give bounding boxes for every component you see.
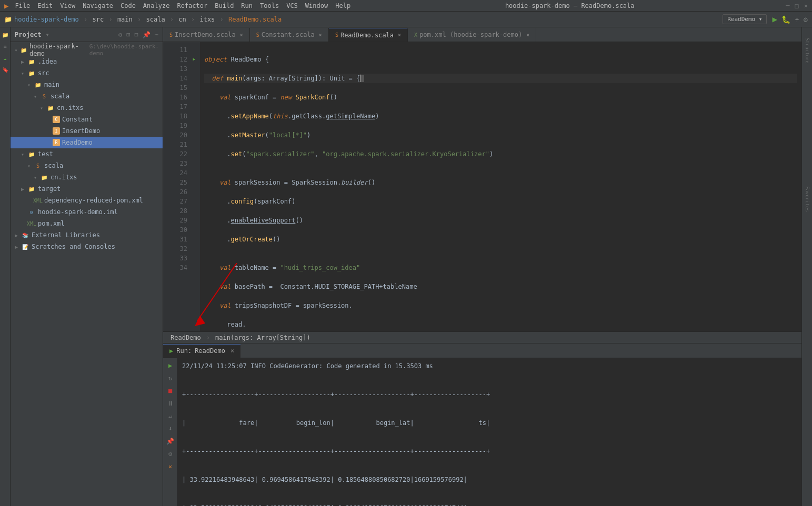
run-scroll-end-btn[interactable]: ⬇ [165,423,176,434]
tree-test-cnitxs[interactable]: ▾ 📁 cn.itxs [11,171,163,183]
menu-code[interactable]: Code [117,1,139,11]
run-button[interactable]: ▶ [772,14,777,24]
dep-pom-icon: XML [34,196,42,205]
run-pin-btn[interactable]: 📌 [165,436,176,447]
breadcrumb-file[interactable]: ReadDemo.scala [228,16,282,23]
menu-edit[interactable]: Edit [34,1,56,11]
pin-icon[interactable]: 📌 [143,31,151,38]
minimize-btn[interactable]: ─ [786,2,789,9]
run-main-btn[interactable]: ▶ [191,56,198,63]
tree-test-scala[interactable]: ▾ S scala [11,160,163,171]
tab-pom-close[interactable]: × [526,32,529,38]
tab-insertdemo-close[interactable]: × [240,32,243,38]
tree-scala-label: scala [51,93,69,100]
tab-pom[interactable]: X pom.xml (hoodie-spark-demo) × [408,28,536,42]
run-left-icons: ▶ ↻ ■ ⏸ ↵ ⬇ 📌 ⚙ ✕ [163,358,178,506]
menu-analyze[interactable]: Analyze [140,1,173,11]
tree-src[interactable]: ▾ 📁 src [11,67,163,79]
favorites-right-btn[interactable]: Favorites [802,178,813,220]
tab-readdemo-close[interactable]: × [398,32,401,38]
menu-view[interactable]: View [57,1,78,11]
tab-insertdemo[interactable]: S InsertDemo.scala × [163,28,250,42]
coverage-button[interactable]: ☂ [795,15,799,24]
tab-constant-close[interactable]: × [319,32,322,38]
tree-insertdemo-label: InsertDemo [62,127,100,135]
breadcrumb-main[interactable]: main [117,16,133,23]
gear-icon[interactable]: ⋯ [155,31,158,38]
menu-tools[interactable]: Tools [257,1,282,11]
structure-tool-btn[interactable]: ≡ [0,41,11,52]
external-libs-icon: 📚 [21,231,29,239]
tab-pom-icon: X [414,32,417,38]
run-wrap-btn[interactable]: ↵ [165,411,176,421]
tree-external-libs-label: External Libraries [32,231,100,239]
run-stop-btn[interactable]: ■ [165,386,176,396]
menu-file[interactable]: File [12,1,33,11]
tree-scala[interactable]: ▾ S scala [11,90,163,102]
maximize-btn[interactable]: □ [795,2,799,9]
breadcrumb-cn[interactable]: cn [178,16,186,23]
tree-external-libs[interactable]: ▶ 📚 External Libraries [11,229,163,241]
tree-arrow-main: ▾ [27,82,34,88]
tree-cnitxs[interactable]: ▾ 📁 cn.itxs [11,102,163,114]
tab-readdemo[interactable]: S ReadDemo.scala × [329,28,408,42]
breadcrumb-itxs[interactable]: itxs [199,16,215,23]
collapse-icon[interactable]: ⊟ [135,31,138,38]
tree-readdemo-label: ReadDemo [62,139,93,146]
breadcrumb: hoodie-spark-demo › src › main › scala ›… [14,16,282,23]
tree-arrow: ▾ [15,47,21,53]
tree-pom[interactable]: ▶ XML pom.xml [11,218,163,229]
menu-vcs[interactable]: VCS [283,1,301,11]
settings-button[interactable]: ⚙ [804,15,808,24]
tree-idea-label: .idea [38,58,57,65]
menu-help[interactable]: Help [332,1,354,11]
breadcrumb-scala[interactable]: scala [146,16,165,23]
editor[interactable]: 11 12 13 14 15 16 17 18 19 20 21 22 23 2… [163,42,801,331]
tree-main[interactable]: ▾ 📁 main [11,79,163,90]
run-play-btn[interactable]: ▶ [165,360,176,371]
code-content[interactable]: object ReadDemo { def main(args: Array[S… [200,42,801,331]
expand-icon[interactable]: ⊞ [126,31,130,38]
run-tab-readdemo[interactable]: ▶ Run: ReadDemo × [163,344,240,358]
editor-breadcrumb-main[interactable]: main(args: Array[String]) [212,333,314,342]
tree-target[interactable]: ▶ 📁 target [11,183,163,195]
tree-scratches[interactable]: ▶ 📝 Scratches and Consoles [11,241,163,252]
menu-refactor[interactable]: Refactor [174,1,210,11]
run-tab-close[interactable]: × [230,347,234,355]
cnitxs-folder-icon: 📁 [46,104,55,112]
pom-icon: XML [27,219,36,228]
project-dropdown[interactable]: ▾ [46,31,49,38]
bookmark-tool-btn[interactable]: 🔖 [0,64,11,75]
tree-test[interactable]: ▾ 📁 test [11,148,163,160]
tree-dep-pom-label: dependency-reduced-pom.xml [44,197,143,204]
close-btn[interactable]: ✕ [804,2,808,9]
menu-window[interactable]: Window [302,1,331,11]
tree-iml[interactable]: ▶ ⚙ hoodie-spark-demo.iml [11,206,163,218]
cloud-tool-btn[interactable]: ☁ [0,53,11,63]
run-suspend-btn[interactable]: ⏸ [165,398,176,409]
tree-root[interactable]: ▾ 📁 hoodie-spark-demo G:\dev\hoodie-spar… [11,44,163,56]
toolbar: 📁 hoodie-spark-demo › src › main › scala… [0,12,812,27]
tree-arrow-external: ▶ [15,232,21,238]
editor-breadcrumb-readdemo[interactable]: ReadDemo [167,333,204,342]
run-gutters: ▶ [189,42,200,331]
tab-constant[interactable]: S Constant.scala × [250,28,329,42]
tree-idea[interactable]: ▶ 📁 .idea [11,56,163,67]
run-config-dropdown[interactable]: ReadDemo ▾ [723,14,767,24]
structure-right-btn[interactable]: Structure [802,29,813,72]
breadcrumb-project[interactable]: hoodie-spark-demo [14,16,79,23]
tree-insertdemo[interactable]: ▶ I InsertDemo [11,125,163,137]
tree-dep-pom[interactable]: ▶ XML dependency-reduced-pom.xml [11,195,163,206]
run-close-btn[interactable]: ✕ [165,461,176,472]
breadcrumb-src[interactable]: src [93,16,104,23]
debug-button[interactable]: 🐛 [781,15,790,24]
run-rerun-btn[interactable]: ↻ [165,373,176,383]
run-settings-btn[interactable]: ⚙ [165,449,176,459]
menu-navigate[interactable]: Navigate [79,1,116,11]
tree-readdemo[interactable]: ▶ R ReadDemo [11,137,163,148]
tree-constant[interactable]: ▶ C Constant [11,114,163,125]
project-tool-btn[interactable]: 📁 [0,29,11,40]
settings-icon[interactable]: ⚙ [118,31,122,38]
menu-run[interactable]: Run [238,1,256,11]
menu-build[interactable]: Build [212,1,237,11]
